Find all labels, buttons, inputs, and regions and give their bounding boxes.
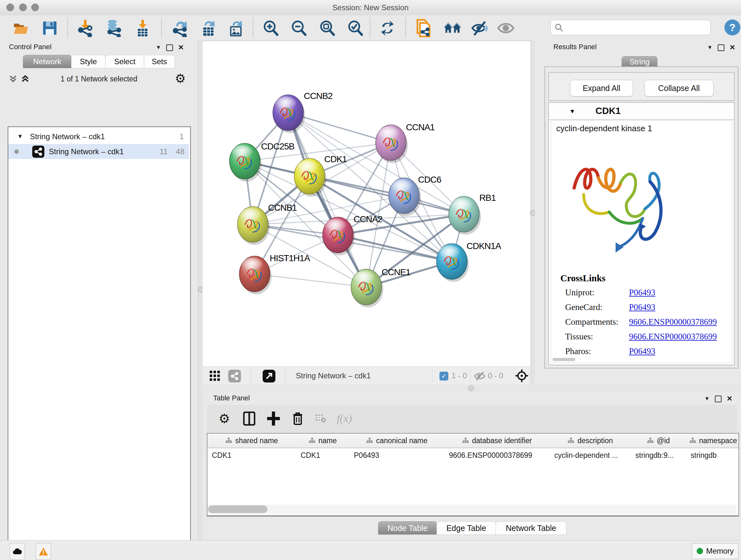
apply-layout-icon[interactable] (379, 19, 396, 37)
tab-edge-table[interactable]: Edge Table (436, 521, 496, 535)
column-header-database-identifier[interactable]: database identifier (445, 434, 550, 448)
node-CCNE1[interactable] (351, 269, 383, 307)
collapse-all-icon[interactable] (8, 74, 18, 84)
maximize-panel-icon[interactable] (166, 44, 173, 51)
zoom-in-icon[interactable] (262, 19, 280, 37)
export-table-icon[interactable] (200, 19, 218, 37)
show-eye-icon[interactable] (497, 19, 515, 37)
node-CCNA2[interactable] (323, 217, 355, 255)
expand-all-icon[interactable] (20, 74, 30, 84)
network-options-gear-icon[interactable]: ⚙ (175, 71, 186, 85)
tab-node-table[interactable]: Node Table (378, 521, 437, 535)
delete-column-icon[interactable] (289, 410, 307, 427)
open-session-icon[interactable] (12, 19, 30, 37)
table-hscrollbar-thumb[interactable] (208, 505, 267, 513)
float-panel-icon[interactable]: ▼ (704, 395, 710, 402)
add-column-icon[interactable] (265, 410, 282, 427)
table-cell[interactable]: 9606.ENSP00000378699 (445, 448, 550, 462)
table-cell[interactable]: CDK1 (296, 448, 349, 462)
zoom-fit-icon[interactable] (318, 19, 336, 37)
node-CCNB1[interactable] (238, 206, 270, 245)
table-cell[interactable]: stringdb:9... (631, 448, 686, 462)
results-scrollbar-thumb[interactable] (552, 358, 576, 361)
horizontal-splitter-handle[interactable] (468, 385, 474, 391)
table-toolbar: ⚙ f(x) (207, 405, 737, 432)
warnings-button[interactable] (36, 543, 51, 560)
tab-network[interactable]: Network (23, 55, 71, 68)
cloud-button[interactable] (10, 543, 25, 560)
maximize-panel-icon[interactable] (718, 44, 724, 51)
string-home-icon[interactable] (444, 19, 461, 37)
collapse-all-button[interactable]: Collapse All (644, 80, 714, 97)
column-header-description[interactable]: description (550, 434, 631, 448)
help-button[interactable]: ? (724, 19, 740, 36)
crosslink-value[interactable]: P06493 (629, 347, 656, 356)
table-hscrollbar[interactable] (207, 504, 737, 514)
node-table[interactable]: shared namenamecanonical namedatabase id… (207, 433, 739, 516)
grid-view-icon[interactable] (210, 371, 220, 381)
collection-name: String Network – cdk1 (30, 132, 105, 141)
table-cell[interactable]: cyclin-dependent ... (550, 448, 631, 462)
network-share-view-icon[interactable] (228, 370, 241, 382)
show-columns-icon[interactable] (241, 410, 258, 427)
maximize-panel-icon[interactable] (715, 395, 722, 402)
table-cell[interactable]: CDK1 (207, 448, 296, 462)
cdk1-section-header[interactable]: ▼ CDK1 (549, 103, 734, 120)
section-collapse-icon[interactable]: ▼ (569, 108, 576, 115)
collection-expand-icon[interactable]: ▼ (17, 133, 23, 140)
zoom-out-icon[interactable] (290, 19, 308, 37)
close-panel-icon[interactable]: ✕ (730, 44, 735, 52)
node-CDKN1A[interactable] (436, 244, 469, 282)
birdseye-icon[interactable] (515, 369, 529, 383)
hidden-eye-icon[interactable] (474, 371, 485, 381)
close-panel-icon[interactable]: ✕ (178, 44, 184, 52)
table-cell[interactable]: stringdb (686, 448, 739, 462)
network-clipboard-icon[interactable] (415, 19, 433, 37)
memory-button[interactable]: Memory (692, 543, 738, 559)
horizontal-splitter[interactable] (203, 384, 741, 392)
detach-view-icon[interactable] (263, 370, 275, 382)
column-header-canonical-name[interactable]: canonical name (349, 434, 445, 448)
export-network-icon[interactable] (172, 19, 189, 37)
float-panel-icon[interactable]: ▼ (156, 44, 161, 51)
table-cell[interactable]: P06493 (349, 448, 445, 462)
network-canvas[interactable]: CCNB2CCNA1CDC25BCDK1CDC6RB1CCNB1CCNA2CDK… (203, 42, 530, 367)
tab-sets[interactable]: Sets (144, 55, 175, 68)
import-network-database-icon[interactable] (105, 19, 123, 37)
tab-string[interactable]: String (622, 56, 657, 67)
tab-network-table[interactable]: Network Table (495, 521, 566, 535)
crosslink-value[interactable]: P06493 (629, 288, 656, 298)
node-CDK1[interactable] (294, 159, 327, 197)
node-CCNA1[interactable] (376, 125, 408, 163)
node-CDC25B[interactable] (229, 143, 262, 182)
tab-style[interactable]: Style (71, 55, 106, 68)
crosslink-value[interactable]: P06493 (629, 302, 656, 312)
float-panel-icon[interactable]: ▼ (707, 44, 713, 51)
table-settings-gear-icon[interactable]: ⚙ (216, 410, 233, 427)
column-header-namespace[interactable]: namespace (686, 434, 739, 448)
network-collection-row[interactable]: ▼ String Network – cdk1 1 (8, 129, 189, 144)
network-row[interactable]: String Network – cdk1 11 48 (8, 144, 189, 159)
expand-all-button[interactable]: Expand All (570, 80, 633, 97)
crosslink-value[interactable]: 9606.ENSP00000378699 (629, 317, 717, 327)
zoom-selected-icon[interactable] (346, 19, 364, 37)
node-CCNB2[interactable] (273, 95, 305, 133)
import-table-icon[interactable] (134, 19, 151, 37)
node-CDC6[interactable] (389, 178, 421, 216)
network-graph[interactable]: CCNB2CCNA1CDC25BCDK1CDC6RB1CCNB1CCNA2CDK… (203, 42, 530, 367)
export-image-icon[interactable] (227, 19, 245, 37)
tab-select[interactable]: Select (105, 55, 144, 68)
node-RB1[interactable] (449, 196, 481, 235)
search-input[interactable] (565, 21, 707, 34)
column-header-shared-name[interactable]: shared name (207, 434, 296, 448)
save-session-icon[interactable] (41, 19, 59, 37)
column-header--id[interactable]: @id (631, 434, 686, 448)
network-status-dot (14, 149, 19, 154)
close-panel-icon[interactable]: ✕ (727, 395, 732, 403)
hide-glass-icon[interactable] (471, 19, 489, 37)
selected-checkbox-icon[interactable]: ✓ (440, 372, 448, 381)
crosslink-value[interactable]: 9606.ENSP00000378699 (629, 332, 717, 341)
node-HIST1H1A[interactable] (239, 256, 272, 294)
import-network-file-icon[interactable] (77, 19, 94, 37)
column-header-name[interactable]: name (296, 434, 350, 448)
